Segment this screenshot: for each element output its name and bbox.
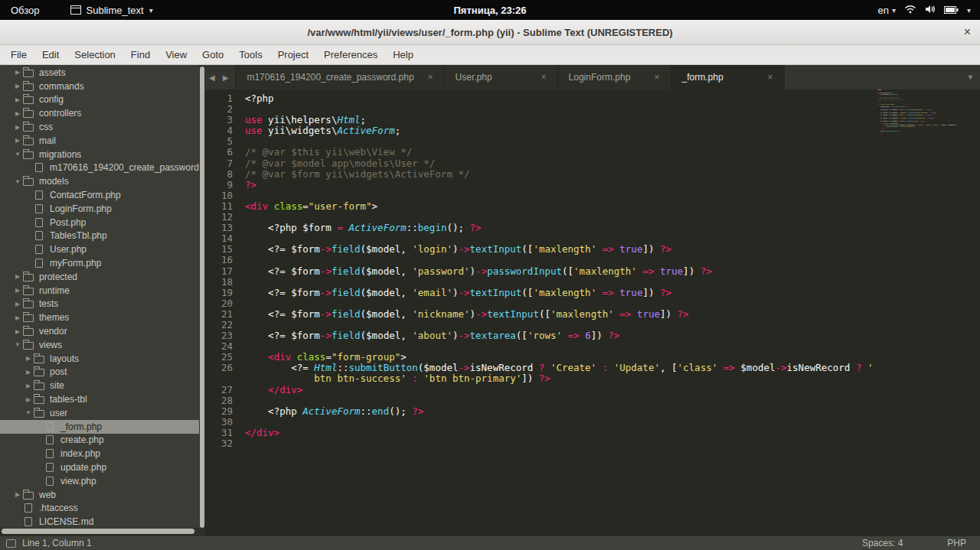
chevron-right-icon[interactable]: ▶: [12, 137, 23, 144]
tree-item-models[interactable]: ▼models: [0, 174, 199, 188]
code-line[interactable]: 18: [205, 277, 980, 288]
chevron-right-icon[interactable]: ▶: [12, 314, 23, 321]
tree-item-.htaccess[interactable]: .htaccess: [0, 502, 199, 516]
sidebar-vertical-scrollbar[interactable]: [199, 65, 205, 535]
code-line[interactable]: 32: [205, 438, 980, 449]
tree-item-tables-tbl[interactable]: ▶tables-tbl: [0, 392, 199, 406]
code-line[interactable]: 30: [205, 417, 980, 428]
menu-selection[interactable]: Selection: [67, 49, 122, 60]
code-line[interactable]: 21 <?= $form->field($model, 'nickname')-…: [205, 309, 980, 320]
code-line[interactable]: 10: [205, 190, 980, 201]
system-status-area[interactable]: en ▾ ▾: [877, 5, 980, 16]
menu-find[interactable]: Find: [123, 49, 158, 60]
nav-back-icon[interactable]: ◀: [205, 73, 219, 82]
scrollbar-thumb[interactable]: [200, 67, 204, 528]
tree-item-User.php[interactable]: User.php: [0, 242, 199, 256]
chevron-right-icon[interactable]: ▶: [12, 83, 23, 89]
tree-item-controllers[interactable]: ▶controllers: [0, 106, 199, 120]
minimap[interactable]: 1<?php2 3use yii\helpers\Html;4use yii\w…: [877, 89, 978, 518]
tree-item-TablesTbl.php[interactable]: TablesTbl.php: [0, 229, 199, 243]
chevron-right-icon[interactable]: ▶: [12, 69, 23, 76]
code-line[interactable]: 27 </div>: [205, 385, 980, 395]
tree-item-LoginForm.php[interactable]: LoginForm.php: [0, 202, 199, 216]
menu-tools[interactable]: Tools: [231, 49, 270, 60]
chevron-right-icon[interactable]: ▶: [23, 382, 34, 389]
code-line[interactable]: 4use yii\widgets\ActiveForm;: [205, 125, 980, 136]
keyboard-layout-indicator[interactable]: en ▾: [877, 5, 896, 16]
chevron-right-icon[interactable]: ▶: [12, 287, 23, 294]
tab-User.php[interactable]: User.php×: [445, 65, 558, 89]
scrollbar-thumb[interactable]: [2, 529, 194, 534]
tree-item-create.php[interactable]: create.php: [0, 434, 199, 447]
chevron-down-icon[interactable]: ▼: [12, 341, 23, 348]
code-line[interactable]: 28: [205, 395, 980, 406]
tree-item-m170616_194200_create_password.[interactable]: m170616_194200_create_password.: [0, 161, 199, 175]
tree-item-Post.php[interactable]: Post.php: [0, 216, 199, 229]
code-area[interactable]: 1<?php2 3use yii\helpers\Html;4use yii\w…: [205, 89, 980, 535]
tree-item-views[interactable]: ▼views: [0, 338, 199, 352]
code-line[interactable]: 11<div class="user-form">: [205, 201, 980, 212]
code-line[interactable]: 7/* @var $model app\models\User */: [205, 158, 980, 169]
menu-view[interactable]: View: [158, 49, 194, 60]
tree-item-view.php[interactable]: view.php: [0, 474, 199, 488]
code-line[interactable]: 12: [205, 212, 980, 223]
code-line[interactable]: 9?>: [205, 180, 980, 190]
tab-_form.php[interactable]: _form.php×: [671, 65, 785, 89]
tree-item-mail[interactable]: ▶mail: [0, 134, 199, 148]
indent-setting[interactable]: Spaces: 4: [862, 538, 903, 548]
tree-item-update.php[interactable]: update.php: [0, 461, 199, 474]
code-line[interactable]: 17 <?= $form->field($model, 'password')-…: [205, 266, 980, 277]
tree-item-assets[interactable]: ▶assets: [0, 66, 199, 80]
code-line[interactable]: 14: [205, 233, 980, 244]
tree-item-post[interactable]: ▶post: [0, 366, 199, 379]
tree-item-ContactForm.php[interactable]: ContactForm.php: [0, 188, 199, 202]
chevron-down-icon[interactable]: ▼: [12, 151, 23, 158]
tab-close-icon[interactable]: ×: [414, 72, 433, 83]
tab-m170616_194200_create_password.php[interactable]: m170616_194200_create_password.php×: [235, 65, 444, 89]
menu-goto[interactable]: Goto: [194, 49, 231, 60]
code-line[interactable]: 6/* @var $this yii\web\View */: [205, 147, 980, 158]
syntax-setting[interactable]: PHP: [947, 538, 966, 548]
tab-close-icon[interactable]: ×: [754, 72, 773, 83]
sidebar-horizontal-scrollbar[interactable]: [0, 528, 199, 535]
menu-help[interactable]: Help: [385, 49, 421, 60]
nav-forward-icon[interactable]: ▶: [219, 73, 233, 82]
code-line[interactable]: 15 <?= $form->field($model, 'login')->te…: [205, 244, 980, 255]
clock[interactable]: Пятница, 23:26: [454, 5, 527, 16]
code-line[interactable]: 20: [205, 298, 980, 309]
activities-button[interactable]: Обзор: [0, 5, 51, 16]
chevron-right-icon[interactable]: ▶: [23, 396, 34, 403]
menu-file[interactable]: File: [3, 49, 34, 60]
tree-item-tests[interactable]: ▶tests: [0, 298, 199, 311]
window-close-icon[interactable]: ×: [964, 26, 971, 38]
chevron-right-icon[interactable]: ▶: [23, 355, 34, 362]
tree-item-LICENSE.md[interactable]: LICENSE.md: [0, 515, 199, 528]
code-line[interactable]: 19 <?= $form->field($model, 'email')->te…: [205, 288, 980, 298]
tab-overflow-dropdown-icon[interactable]: ▼: [967, 73, 974, 81]
chevron-right-icon[interactable]: ▶: [12, 124, 23, 131]
chevron-down-icon[interactable]: ▼: [12, 178, 23, 185]
chevron-right-icon[interactable]: ▶: [12, 328, 23, 335]
chevron-down-icon[interactable]: ▼: [23, 409, 34, 416]
menu-edit[interactable]: Edit: [34, 49, 67, 60]
tree-item-runtime[interactable]: ▶runtime: [0, 284, 199, 298]
code-line[interactable]: 1<?php: [205, 93, 980, 104]
code-line[interactable]: 16: [205, 255, 980, 265]
menu-preferences[interactable]: Preferences: [316, 49, 385, 60]
tab-close-icon[interactable]: ×: [641, 72, 660, 83]
code-line[interactable]: 13 <?php $form = ActiveForm::begin(); ?>: [205, 223, 980, 233]
tree-item-myForm.php[interactable]: myForm.php: [0, 256, 199, 270]
code-line[interactable]: 23 <?= $form->field($model, 'about')->te…: [205, 330, 980, 341]
tree-item-css[interactable]: ▶css: [0, 120, 199, 134]
code-line[interactable]: 24: [205, 341, 980, 352]
tab-close-icon[interactable]: ×: [528, 72, 547, 83]
tree-item-layouts[interactable]: ▶layouts: [0, 352, 199, 366]
chevron-right-icon[interactable]: ▶: [12, 96, 23, 103]
tree-item-protected[interactable]: ▶protected: [0, 270, 199, 284]
tree-item-migrations[interactable]: ▼migrations: [0, 148, 199, 161]
chevron-right-icon[interactable]: ▶: [12, 273, 23, 280]
code-line[interactable]: 8/* @var $form yii\widgets\ActiveForm */: [205, 169, 980, 180]
chevron-right-icon[interactable]: ▶: [23, 369, 34, 376]
tree-item-site[interactable]: ▶site: [0, 379, 199, 392]
tab-LoginForm.php[interactable]: LoginForm.php×: [558, 65, 671, 89]
